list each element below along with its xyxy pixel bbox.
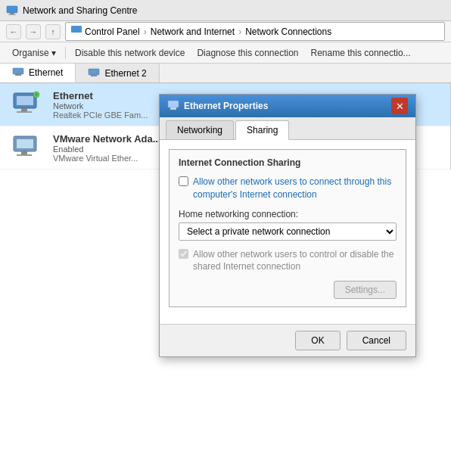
allow-control-row: Allow other network users to control or … xyxy=(179,248,397,274)
dialog-close-button[interactable]: ✕ xyxy=(391,98,408,114)
allow-sharing-row: Allow other network users to connect thr… xyxy=(179,176,397,201)
toolbar: Organise ▾ Disable this network device D… xyxy=(0,42,451,64)
svg-rect-19 xyxy=(170,107,176,110)
allow-sharing-label[interactable]: Allow other network users to connect thr… xyxy=(193,176,397,201)
organise-button[interactable]: Organise ▾ xyxy=(6,45,62,61)
svg-rect-3 xyxy=(71,26,82,33)
settings-button[interactable]: Settings... xyxy=(334,281,397,299)
settings-row: Settings... xyxy=(179,281,397,299)
breadcrumb: Control Panel › Network and Internet › N… xyxy=(65,22,445,41)
ethernet-properties-dialog: Ethernet Properties ✕ Networking Sharing… xyxy=(159,94,416,357)
home-networking-select[interactable]: Select a private network connection xyxy=(179,222,397,241)
dialog-body: Internet Connection Sharing Allow other … xyxy=(160,140,415,324)
path-control-panel: Control Panel xyxy=(85,26,140,37)
ok-button[interactable]: OK xyxy=(295,331,340,350)
address-bar: ← → ↑ Control Panel › Network and Intern… xyxy=(0,21,451,42)
allow-control-label: Allow other network users to control or … xyxy=(193,248,397,274)
dialog-tab-networking[interactable]: Networking xyxy=(166,120,234,139)
path-network-internet: Network and Internet xyxy=(151,26,235,37)
svg-rect-18 xyxy=(168,101,179,107)
title-bar-text: Network and Sharing Centre xyxy=(23,5,137,16)
allow-sharing-checkbox[interactable] xyxy=(179,176,188,186)
path-network-connections: Network Connections xyxy=(245,26,331,37)
breadcrumb-icon xyxy=(70,24,82,39)
title-bar-icon xyxy=(6,5,18,17)
svg-rect-0 xyxy=(7,6,17,13)
home-networking-row: Select a private network connection xyxy=(179,222,397,241)
title-bar: Network and Sharing Centre xyxy=(0,0,451,21)
toolbar-sep-1 xyxy=(65,47,66,59)
home-networking-label: Home networking connection: xyxy=(179,209,397,219)
svg-rect-1 xyxy=(10,13,14,14)
rename-connection-button[interactable]: Rename this connectio... xyxy=(305,45,417,61)
dialog-footer: OK Cancel xyxy=(160,324,415,356)
sharing-group-box: Internet Connection Sharing Allow other … xyxy=(169,149,406,307)
dialog-title: Ethernet Properties xyxy=(167,99,268,114)
disable-device-button[interactable]: Disable this network device xyxy=(69,45,191,61)
dialog-tab-bar: Networking Sharing xyxy=(160,117,415,140)
cancel-button[interactable]: Cancel xyxy=(347,331,406,350)
dialog-overlay: Ethernet Properties ✕ Networking Sharing… xyxy=(0,64,451,476)
dialog-icon xyxy=(167,99,179,114)
diagnose-connection-button[interactable]: Diagnose this connection xyxy=(191,45,304,61)
group-box-title: Internet Connection Sharing xyxy=(179,157,397,168)
allow-control-checkbox xyxy=(179,249,188,259)
dialog-titlebar: Ethernet Properties ✕ xyxy=(160,95,415,117)
main-content: Ethernet Ethernet 2 xyxy=(0,64,451,476)
up-button[interactable]: ↑ xyxy=(45,24,61,39)
back-button[interactable]: ← xyxy=(6,24,21,39)
dialog-tab-sharing[interactable]: Sharing xyxy=(235,120,289,140)
svg-rect-2 xyxy=(8,14,16,15)
forward-button[interactable]: → xyxy=(26,24,41,39)
